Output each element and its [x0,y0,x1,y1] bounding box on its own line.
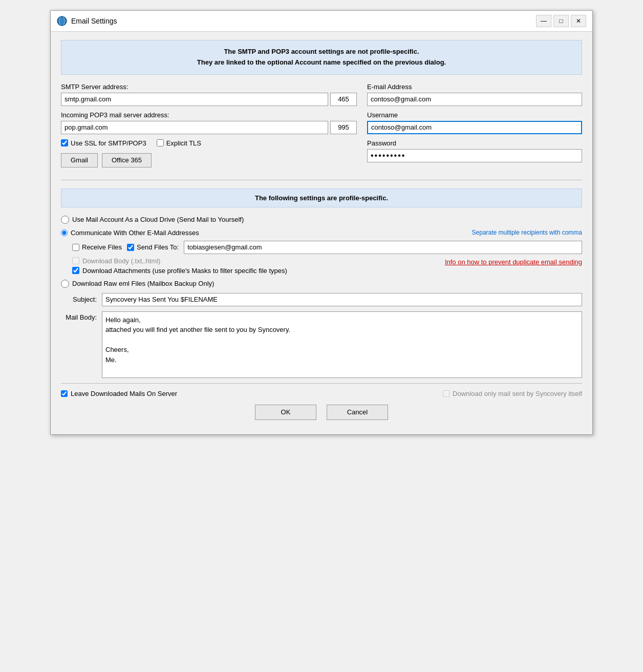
smtp-port-input[interactable] [330,93,357,106]
mailbody-row: Mail Body: Hello again, attached you wil… [61,311,582,378]
close-button[interactable]: ✕ [571,15,586,27]
username-row [367,121,582,134]
receive-files-item: Receive Files [72,243,122,251]
ssl-checkbox[interactable] [61,139,68,146]
download-attachments-item: Download Attachments (use profile's Mask… [72,267,582,275]
banner-line2: They are linked to the optional Account … [72,57,571,68]
download-body-checkbox[interactable] [72,257,79,264]
subject-label: Subject: [61,296,97,303]
leave-mails-item: Leave Downloaded Mails On Server [61,390,177,397]
content-area: The SMTP and POP3 account settings are n… [51,32,592,434]
minimize-button[interactable]: — [536,15,551,27]
pop3-label: Incoming POP3 mail server address: [61,111,357,119]
pop3-row [61,121,357,134]
download-only-syncovery-item: Download only mail sent by Syncovery its… [443,390,582,397]
form-left: SMTP Server address: Incoming POP3 mail … [61,83,357,172]
password-row [367,149,582,162]
tls-label: Explicit TLS [166,139,201,147]
form-right: E-mail Address Username Password [367,83,582,172]
window-title: Email Settings [71,17,536,25]
communicate-header: Communicate With Other E-Mail Addresses … [61,229,582,237]
download-body-item: Download Body (.txt,.html) [72,257,160,265]
subject-input[interactable] [102,293,582,306]
app-icon [57,16,67,26]
office365-button[interactable]: Office 365 [102,153,152,167]
gmail-button[interactable]: Gmail [61,153,98,167]
duplicate-email-link[interactable]: Info on how to prevent duplicate email s… [445,258,582,266]
window-controls: — □ ✕ [536,15,586,27]
smtp-label: SMTP Server address: [61,83,357,91]
subject-row: Subject: [61,293,582,306]
title-bar: Email Settings — □ ✕ [51,11,592,32]
mailbody-label: Mail Body: [61,311,97,321]
cloud-drive-radio[interactable] [61,216,69,224]
ssl-tls-row: Use SSL for SMTP/POP3 Explicit TLS [61,139,357,147]
username-label: Username [367,111,582,119]
pop3-port-input[interactable] [330,121,357,134]
email-address-label: E-mail Address [367,83,582,91]
send-to-input[interactable] [184,241,582,254]
send-files-item: Send Files To: [127,243,179,251]
smtp-server-input[interactable] [61,93,328,106]
email-address-row [367,93,582,106]
sub-options: Download Body (.txt,.html) Info on how t… [61,257,582,275]
divider-1 [61,180,582,180]
leave-mails-checkbox[interactable] [61,390,68,397]
footer-checkboxes: Leave Downloaded Mails On Server Downloa… [61,390,582,397]
communicate-radio[interactable] [61,229,68,236]
mailbody-textarea[interactable]: Hello again, attached you will find yet … [102,311,582,378]
send-receive-row: Receive Files Send Files To: [61,241,582,254]
email-settings-window: Email Settings — □ ✕ The SMTP and POP3 a… [50,10,593,435]
download-body-label: Download Body (.txt,.html) [82,257,160,265]
send-files-label: Send Files To: [137,243,179,251]
ok-button[interactable]: OK [255,405,316,420]
download-only-syncovery-label: Download only mail sent by Syncovery its… [453,390,582,397]
cloud-drive-radio-item: Use Mail Account As a Cloud Drive (Send … [61,216,582,224]
password-label: Password [367,139,582,147]
download-only-syncovery-checkbox[interactable] [443,390,449,397]
cloud-drive-label: Use Mail Account As a Cloud Drive (Send … [72,216,244,223]
email-address-input[interactable] [367,93,582,106]
tls-checkbox-item: Explicit TLS [157,139,201,147]
ssl-label: Use SSL for SMTP/POP3 [71,139,146,147]
download-attachments-label: Download Attachments (use profile's Mask… [82,267,287,275]
username-input[interactable] [367,121,582,134]
smtp-row [61,93,357,106]
ssl-checkbox-item: Use SSL for SMTP/POP3 [61,139,146,147]
pop3-server-input[interactable] [61,121,328,134]
tls-checkbox[interactable] [157,139,164,146]
raw-eml-radio[interactable] [61,280,69,288]
password-input[interactable] [367,149,582,162]
cancel-button[interactable]: Cancel [327,405,388,420]
smtp-info-banner: The SMTP and POP3 account settings are n… [61,40,582,75]
download-attachments-checkbox[interactable] [72,267,79,274]
communicate-label: Communicate With Other E-Mail Addresses [71,229,199,237]
raw-eml-label: Download Raw eml Files (Mailbox Backup O… [72,280,214,287]
receive-files-checkbox[interactable] [72,244,79,251]
receive-files-label: Receive Files [82,243,122,251]
action-buttons: OK Cancel [61,405,582,426]
send-files-checkbox[interactable] [127,244,134,251]
banner-line1: The SMTP and POP3 account settings are n… [72,47,571,57]
raw-eml-radio-item: Download Raw eml Files (Mailbox Backup O… [61,280,582,288]
maximize-button[interactable]: □ [553,15,569,27]
preset-buttons-row: Gmail Office 365 [61,153,357,167]
server-settings-section: SMTP Server address: Incoming POP3 mail … [61,83,582,172]
profile-banner: The following settings are profile-speci… [61,188,582,207]
recipients-hint: Separate multiple recipients with comma [472,229,582,236]
communicate-left: Communicate With Other E-Mail Addresses [61,229,199,237]
communicate-section: Communicate With Other E-Mail Addresses … [61,229,582,275]
leave-mails-label: Leave Downloaded Mails On Server [71,390,177,397]
footer-section: Leave Downloaded Mails On Server Downloa… [61,383,582,426]
